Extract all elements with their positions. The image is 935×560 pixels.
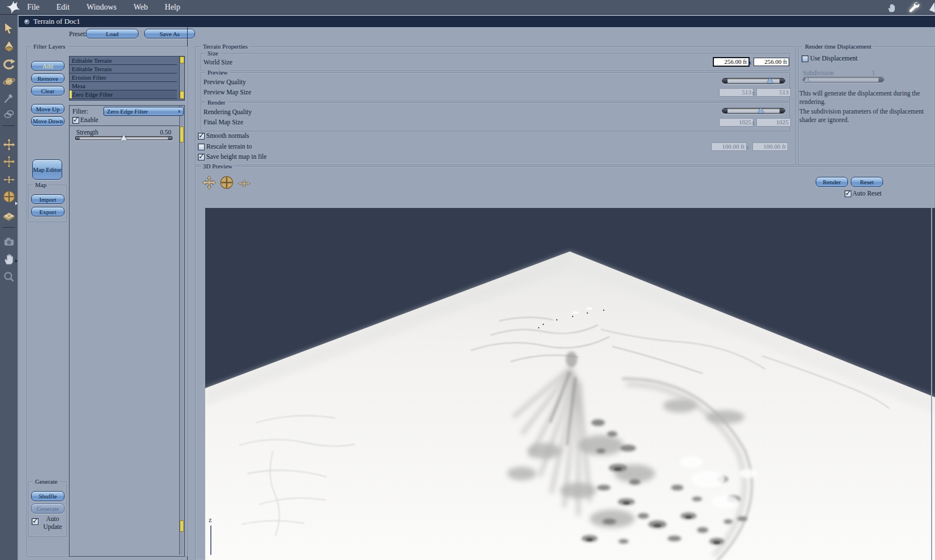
chevron-down-icon: » — [176, 110, 183, 113]
auto-update-label: Auto Update — [41, 515, 64, 531]
collapse-toggle-icon[interactable] — [24, 19, 29, 24]
import-button[interactable]: Import — [31, 194, 64, 204]
menu-items: File Edit Windows Web Help — [27, 2, 195, 12]
size-x-separator: x — [748, 59, 752, 66]
layer-row[interactable]: Editable Terrain — [70, 65, 177, 73]
menu-bar: File Edit Windows Web Help — [0, 0, 935, 15]
scrollbar-thumb[interactable] — [180, 57, 184, 63]
scrollbar-thumb[interactable] — [180, 520, 184, 532]
pan-hand-tool-icon[interactable] — [2, 252, 16, 266]
preview3d-title: 3D Preview — [201, 163, 235, 170]
auto-update-checkbox[interactable] — [32, 518, 38, 525]
smooth-normals-checkbox[interactable] — [198, 133, 205, 140]
add-button[interactable]: Add — [31, 61, 64, 71]
layer-list-scrollbar[interactable] — [179, 57, 184, 99]
subdivision-slider[interactable] — [803, 77, 884, 83]
map-editor-button[interactable]: Map Editor — [32, 159, 62, 180]
camera-icon[interactable] — [2, 235, 16, 249]
partial-icon[interactable] — [929, 1, 935, 12]
settings-scrollbar[interactable] — [179, 106, 184, 555]
plane-tool-icon[interactable] — [2, 208, 16, 222]
preview-map-height-field[interactable]: 513 — [756, 88, 791, 97]
move-down-button[interactable]: Move Down — [31, 116, 64, 126]
preview-map-width-field[interactable]: 513 — [719, 88, 754, 97]
render-button[interactable]: Render — [816, 177, 848, 187]
displacement-title: Render time Displacement — [803, 44, 873, 50]
rescale-terrain-checkbox[interactable] — [198, 144, 205, 150]
subdivision-slider-thumb[interactable] — [804, 76, 810, 82]
preset-load-button[interactable]: Load — [86, 29, 138, 38]
menu-edit[interactable]: Edit — [57, 3, 70, 12]
move-up-button[interactable]: Move Up — [31, 104, 64, 114]
use-displacement-label: Use Displacement — [810, 55, 858, 62]
rescale-terrain-label: Rescale terrain to — [206, 143, 252, 150]
clear-button[interactable]: Clear — [31, 86, 64, 95]
shuffle-button[interactable]: Shuffle — [31, 491, 64, 501]
reset-button[interactable]: Reset — [851, 177, 883, 187]
pan-hand-icon[interactable] — [886, 2, 897, 13]
enable-checkbox[interactable] — [72, 117, 79, 124]
move-tool-icon[interactable] — [2, 138, 16, 151]
terrain-render: z — [205, 208, 935, 560]
orbit-sphere-icon[interactable] — [2, 75, 16, 88]
menu-file[interactable]: File — [27, 3, 40, 12]
rescale-width-field[interactable]: 100.00 ft — [711, 142, 747, 151]
nav-arrow-icon[interactable] — [2, 40, 16, 53]
subdivision-label: Subdivision — [803, 70, 834, 76]
strength-value: 0.50 — [153, 129, 171, 136]
layer-row[interactable]: Editable Terrain — [70, 57, 177, 65]
wrench-icon[interactable] — [907, 1, 920, 14]
toolbar-divider — [2, 227, 15, 228]
preview-trackball-icon[interactable] — [219, 175, 234, 190]
use-displacement-checkbox[interactable] — [802, 55, 808, 62]
scrollbar-thumb[interactable] — [180, 127, 184, 142]
world-size-height-field[interactable]: 256.00 ft — [754, 58, 789, 66]
world-size-width-field[interactable]: 256.00 ft — [713, 58, 749, 66]
eyedropper-icon[interactable] — [2, 92, 16, 105]
auto-reset-checkbox[interactable] — [845, 190, 851, 197]
clone-tool-icon[interactable] — [2, 107, 16, 121]
save-height-map-label: Save height map in file — [206, 153, 267, 160]
filter-dropdown[interactable]: Zero Edge Filter » — [103, 107, 184, 116]
save-height-map-checkbox[interactable] — [198, 154, 205, 160]
page-title: Terrain of Doc1 — [33, 17, 80, 26]
move-tool-alt-icon[interactable] — [2, 155, 16, 168]
preview-quality-thumb[interactable] — [767, 77, 773, 83]
strength-slider[interactable] — [75, 136, 172, 140]
scrollbar-thumb[interactable] — [180, 91, 184, 99]
export-button[interactable]: Export — [31, 207, 64, 216]
generate-group-title: Generate — [33, 479, 60, 485]
layer-row[interactable]: Mesa — [70, 82, 177, 90]
strength-label: Strength — [76, 129, 98, 136]
layer-row[interactable]: Erosion Filter — [70, 73, 177, 82]
menu-windows[interactable]: Windows — [86, 3, 116, 12]
generate-button[interactable]: Generate — [31, 503, 64, 514]
terrain-properties-title: Terrain Properties — [201, 44, 250, 50]
map-group-title: Map — [33, 182, 49, 188]
rotate-icon[interactable] — [2, 58, 16, 71]
trackball-icon[interactable] — [2, 190, 16, 203]
track-tool-icon[interactable] — [2, 173, 16, 186]
filter-layers-title: Filter Layers — [31, 44, 68, 50]
final-map-width-field[interactable]: 1025 — [719, 118, 754, 127]
strength-slider-thumb[interactable] — [121, 134, 127, 140]
final-map-height-field[interactable]: 1025 — [756, 118, 791, 127]
filter-layer-list: Editable Terrain Editable Terrain Erosio… — [69, 56, 185, 101]
smooth-normals-label: Smooth normals — [206, 132, 249, 139]
menu-help[interactable]: Help — [165, 3, 180, 12]
displacement-note-2: The subdivision parameters of the displa… — [799, 107, 933, 124]
preview-quality-slider[interactable] — [722, 78, 785, 84]
layer-row-selected[interactable]: Zero Edge Filter — [70, 90, 177, 99]
menu-web[interactable]: Web — [133, 3, 148, 12]
rescale-height-field[interactable]: 100.00 ft — [752, 142, 788, 151]
remove-button[interactable]: Remove — [31, 73, 64, 83]
select-arrow-icon[interactable] — [2, 21, 16, 35]
preview-x-separator: x — [752, 89, 755, 96]
preview-pan-icon[interactable] — [202, 175, 217, 190]
zoom-magnifier-icon[interactable] — [2, 270, 16, 284]
rendering-quality-thumb[interactable] — [758, 107, 764, 113]
rendering-quality-slider[interactable] — [722, 108, 785, 114]
terrain-3d-viewport[interactable]: z — [205, 208, 935, 560]
preview-dolly-icon[interactable] — [237, 177, 251, 190]
render-x-separator: x — [752, 119, 755, 126]
